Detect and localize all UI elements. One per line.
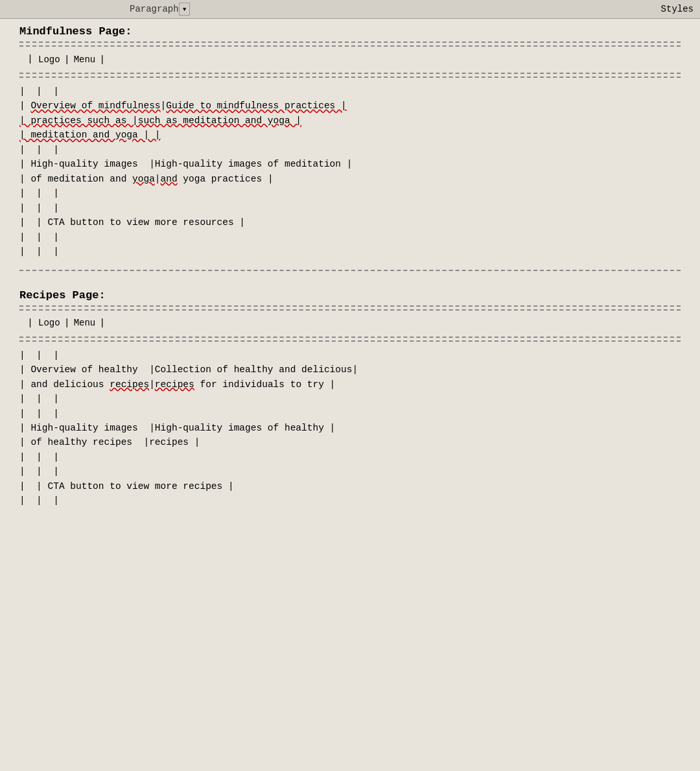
styles-label: Styles <box>661 4 694 14</box>
recipes-logo: Logo <box>38 316 60 330</box>
paragraph-label: Paragraph <box>130 4 179 14</box>
recipes-nav-sep-2: | <box>99 318 105 329</box>
top-bar: Paragraph ▾ Styles <box>0 0 700 19</box>
section-gap <box>19 278 681 289</box>
recipes-nav-sep-1: | <box>64 318 70 329</box>
mindfulness-overview-row: | Overview of mindfulness|Guide to mindf… <box>19 99 681 142</box>
mindfulness-cta-row: | | CTA button to view more resources | … <box>19 215 681 259</box>
recipes-pipes-1: | | | <box>19 348 681 362</box>
recipes-images-row: | High-quality images |High-quality imag… <box>19 421 681 479</box>
recipes-overview-text: | Overview of healthy |Collection of hea… <box>19 362 358 421</box>
recipes-section: Recipes Page: | Logo | Menu | | | | | Ov… <box>19 289 681 512</box>
recipes-nav-pipe-1: | <box>26 316 34 331</box>
mindfulness-logo: Logo <box>38 53 60 67</box>
recipes-menu: Menu <box>74 316 96 330</box>
recipes-content-area: | | | | Overview of healthy |Collection … <box>19 344 681 512</box>
nav-sep-2: | <box>99 54 105 65</box>
nav-sep-1: | <box>64 54 70 65</box>
recipes-images-text: | High-quality images |High-quality imag… <box>19 421 335 479</box>
recipes-nav: | Logo | Menu | <box>19 309 681 338</box>
mindfulness-pipes-1: | | | <box>19 84 681 99</box>
mindfulness-nav: | Logo | Menu | <box>19 45 681 74</box>
recipes-cta-row: | | CTA button to view more recipes | | … <box>19 479 681 508</box>
mindfulness-title: Mindfulness Page: <box>19 25 681 38</box>
recipes-overview-row: | Overview of healthy |Collection of hea… <box>19 362 681 421</box>
nav-pipe-1: | <box>26 52 34 67</box>
recipes-title: Recipes Page: <box>19 289 681 302</box>
mindfulness-images-row: | High-quality images |High-quality imag… <box>19 157 681 215</box>
mindfulness-pipes-2: | | | <box>19 143 681 157</box>
mindfulness-overview-left: | Overview of mindfulness|Guide to mindf… <box>19 99 347 142</box>
mindfulness-images-text: | High-quality images |High-quality imag… <box>19 157 352 215</box>
mindfulness-section: Mindfulness Page: | Logo | Menu | | | | … <box>19 25 681 271</box>
paragraph-icon[interactable]: ▾ <box>179 3 191 16</box>
mindfulness-menu: Menu <box>74 53 96 67</box>
mindfulness-content-area: | | | | Overview of mindfulness|Guide to… <box>19 80 681 263</box>
main-content: Mindfulness Page: | Logo | Menu | | | | … <box>0 19 700 771</box>
